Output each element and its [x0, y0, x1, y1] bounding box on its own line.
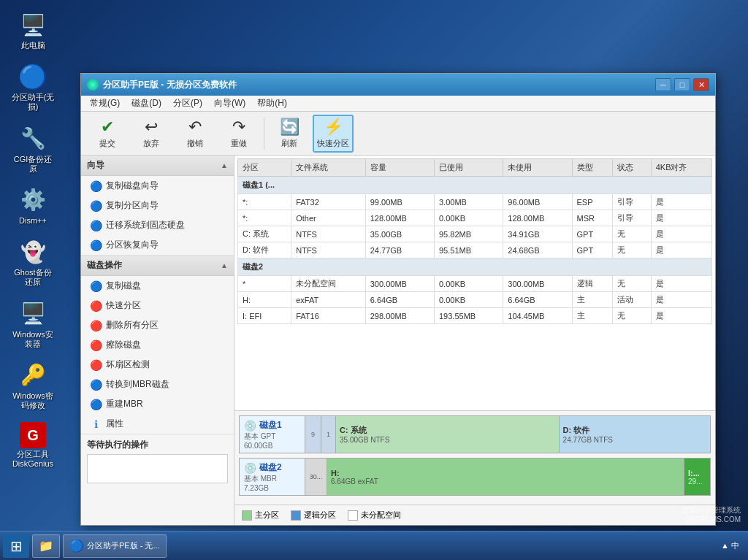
table-row[interactable]: *: FAT32 99.00MB 3.00MB 96.00MB ESP 引导 是	[238, 194, 712, 210]
sidebar-item-copy-disk2[interactable]: 🔵 复制磁盘	[81, 276, 234, 296]
d1r1-type: ESP	[572, 194, 613, 210]
bad-sector-label: 坏扇区检测	[106, 358, 150, 371]
sidebar-item-to-mbr[interactable]: 🔵 转换到MBR磁盘	[81, 375, 234, 394]
refresh-icon: 🔄	[280, 118, 299, 137]
undo-button[interactable]: ↶ 撤销	[175, 115, 215, 153]
d1r4-free: 24.68GB	[503, 242, 572, 258]
table-row[interactable]: H: exFAT 6.64GB 0.00KB 6.64GB 主 活动 是	[238, 292, 712, 308]
legend-logical-label: 逻辑分区	[304, 510, 336, 521]
disk1-partitions: 9 1 C: 系统 35.00GB NTFS D: 软件 2	[305, 416, 710, 453]
sidebar-item-properties[interactable]: ℹ 属性	[81, 414, 234, 434]
sidebar-item-quick-partition[interactable]: 🔴 快速分区	[81, 296, 234, 315]
disk2-part-i-label: I:...	[688, 469, 706, 477]
tray-icons: ▲ 中	[721, 540, 739, 551]
desktop-icon-this-pc[interactable]: 🖥️ 此电脑	[7, 7, 58, 53]
d2r3-size: 298.00MB	[365, 308, 434, 324]
copy-disk-icon: 🔵	[90, 180, 102, 192]
table-row[interactable]: D: 软件 NTFS 24.77GB 95.51MB 24.68GB GPT 无…	[238, 242, 712, 258]
d1r2-type: MSR	[572, 210, 613, 226]
d2r3-fs: FAT16	[291, 308, 366, 324]
d1r4-used: 95.51MB	[435, 242, 503, 258]
disk1-part-esp[interactable]: 9	[305, 416, 321, 453]
disk-ops-header: 磁盘操作 ▲	[81, 256, 234, 276]
content-area: 向导 ▲ 🔵 复制磁盘向导 🔵 复制分区向导 🔵 迁移系统到固态硬盘	[81, 156, 715, 525]
menu-wizard[interactable]: 向导(W)	[208, 96, 251, 111]
desktop-icon-windows-pwd[interactable]: 🔑 Windows密码修改	[7, 358, 58, 413]
sidebar-item-wipe-disk[interactable]: 🔴 擦除磁盘	[81, 335, 234, 355]
wizard-header: 向导 ▲	[81, 156, 234, 176]
d2r1-fs: 未分配空间	[291, 276, 366, 292]
desktop-icon-partition-assistant[interactable]: 🔵 分区助手(无损)	[7, 59, 58, 115]
partition-table-area[interactable]: 分区 文件系统 容量 已使用 未使用 类型 状态 4KB对齐	[234, 156, 715, 410]
d2r2-used: 0.00KB	[435, 292, 503, 308]
pending-title: 等待执行的操作	[87, 439, 228, 451]
sidebar-item-copy-partition[interactable]: 🔵 复制分区向导	[81, 196, 234, 215]
disk1-name: 磁盘1	[259, 419, 282, 431]
d2r1-status: 无	[613, 276, 651, 292]
sidebar-item-copy-partition-label: 复制分区向导	[106, 199, 159, 212]
submit-button[interactable]: ✔ 提交	[87, 115, 128, 153]
copy-disk2-label: 复制磁盘	[106, 280, 141, 292]
table-row[interactable]: *: Other 128.00MB 0.00KB 128.00MB MSR 引导…	[238, 210, 712, 226]
d1r2-fs: Other	[291, 210, 366, 226]
windows-pwd-label: Windows密码修改	[10, 391, 56, 410]
disk2-info-box: 💿 磁盘2 基本 MBR 7.23GB	[240, 459, 305, 495]
disk2-part-h[interactable]: H: 6.64GB exFAT	[327, 459, 684, 495]
system-tray: ▲ 中	[721, 540, 745, 551]
desktop-icon-dism[interactable]: ⚙️ Dism++	[7, 183, 58, 229]
start-button[interactable]: ⊞	[3, 534, 29, 558]
sidebar-item-restore[interactable]: 🔵 分区恢复向导	[81, 235, 234, 255]
table-row[interactable]: C: 系统 NTFS 35.00GB 95.82MB 34.91GB GPT 无…	[238, 226, 712, 242]
sidebar-item-copy-disk[interactable]: 🔵 复制磁盘向导	[81, 176, 234, 196]
menu-help[interactable]: 帮助(H)	[251, 96, 293, 111]
title-bar: 分区助手PE版 - 无损分区免费软件 ─ □ ✕	[81, 74, 715, 96]
sidebar-item-migrate-ssd[interactable]: 🔵 迁移系统到固态硬盘	[81, 215, 234, 235]
refresh-button[interactable]: 🔄 刷新	[269, 115, 310, 153]
disk2-part-i[interactable]: I:... 29...	[684, 459, 710, 495]
disk1-visualization: 💿 磁盘1 基本 GPT 60.00GB 9 1	[239, 415, 711, 453]
cgi-backup-icon: 🔧	[18, 124, 47, 153]
d1r3-size: 35.00GB	[365, 226, 434, 242]
desktop-icon-ghost[interactable]: 👻 Ghost备份还原	[7, 234, 58, 290]
legend-primary: 主分区	[242, 510, 279, 521]
taskbar-app[interactable]: 🔵 分区助手PE版 - 无...	[63, 534, 167, 558]
d2r3-align: 是	[651, 308, 711, 324]
menu-normal[interactable]: 常规(G)	[84, 96, 126, 111]
disk1-part-d-sub: 24.77GB NTFS	[563, 436, 706, 444]
disk2-label: 磁盘2	[238, 258, 712, 276]
disk2-partitions: 30... H: 6.64GB exFAT I:... 29...	[305, 459, 710, 495]
quick-partition-button[interactable]: ⚡ 快速分区	[313, 115, 354, 153]
disk2-part-i-sub: 29...	[688, 477, 706, 486]
legend-primary-label: 主分区	[255, 510, 279, 521]
d2r3-status: 无	[613, 308, 651, 324]
d1r2-align: 是	[651, 210, 711, 226]
taskbar-file-manager[interactable]: 📁	[32, 534, 60, 558]
d1r3-align: 是	[651, 226, 711, 242]
table-row[interactable]: * 未分配空间 300.00MB 0.00KB 300.00MB 逻辑 无 是	[238, 276, 712, 292]
title-bar-buttons: ─ □ ✕	[655, 78, 709, 91]
disk1-part-d[interactable]: D: 软件 24.77GB NTFS	[560, 416, 710, 453]
menu-disk[interactable]: 磁盘(D)	[126, 96, 167, 111]
d1r2-status: 引导	[613, 210, 651, 226]
windows-pwd-icon: 🔑	[18, 361, 47, 390]
sidebar-item-bad-sector[interactable]: 🔴 坏扇区检测	[81, 355, 234, 375]
disk2-part-unalloc[interactable]: 30...	[305, 459, 327, 495]
disk2-unalloc-label: 30...	[310, 473, 323, 480]
close-button[interactable]: ✕	[693, 78, 709, 91]
menu-partition[interactable]: 分区(P)	[167, 96, 208, 111]
table-row[interactable]: I: EFI FAT16 298.00MB 193.55MB 104.45MB …	[238, 308, 712, 324]
desktop-icon-cgi-backup[interactable]: 🔧 CGI备份还原	[7, 121, 58, 177]
sidebar-item-rebuild-mbr[interactable]: 🔵 重建MBR	[81, 394, 234, 414]
d1r1-align: 是	[651, 194, 711, 210]
d2r2-type: 主	[572, 292, 613, 308]
maximize-button[interactable]: □	[674, 78, 690, 91]
sidebar-item-delete-all[interactable]: 🔴 删除所有分区	[81, 315, 234, 335]
disk1-label: 磁盘1 (...	[238, 177, 712, 194]
discard-button[interactable]: ↩ 放弃	[131, 115, 172, 153]
minimize-button[interactable]: ─	[655, 78, 671, 91]
redo-button[interactable]: ↷ 重做	[218, 115, 259, 153]
disk1-part-msr[interactable]: 1	[321, 416, 336, 453]
desktop-icon-windows-install[interactable]: 🖥️ Windows安装器	[7, 296, 58, 352]
desktop-icon-diskgenius[interactable]: G 分区工具DiskGenius	[7, 419, 58, 472]
disk1-part-c[interactable]: C: 系统 35.00GB NTFS	[336, 416, 560, 453]
